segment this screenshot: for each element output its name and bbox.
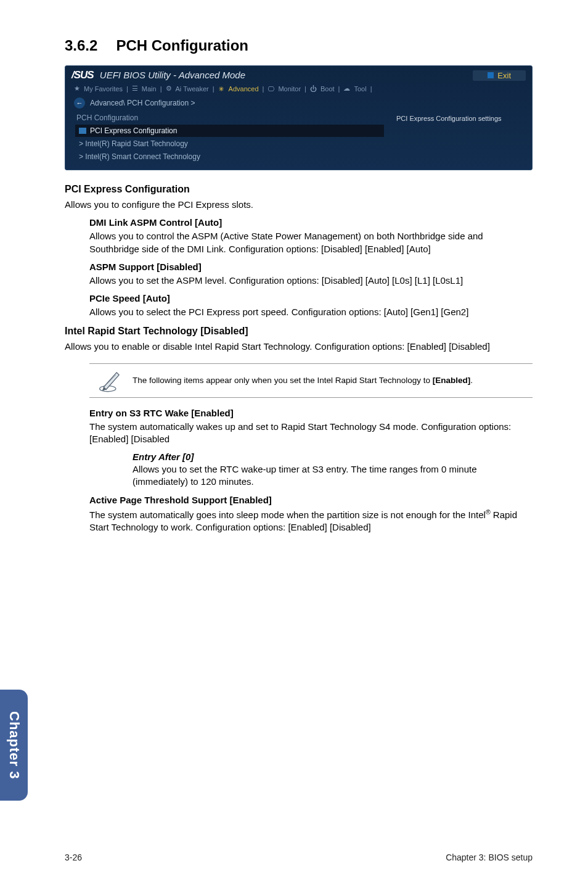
entry-after-text: Allows you to set the RTC wake-up timer … [133, 463, 533, 489]
bios-left-pane: PCH Configuration PCI Express Configurat… [65, 112, 390, 170]
active-page-text: The system automatically goes into sleep… [89, 508, 533, 534]
bios-logo: /SUS [71, 69, 94, 81]
bios-title-text: UEFI BIOS Utility - Advanced Mode [100, 70, 245, 80]
section-heading: 3.6.2PCH Configuration [65, 37, 533, 54]
aspm-title: ASPM Support [Disabled] [89, 262, 533, 272]
pcie-title: PCIe Speed [Auto] [89, 293, 533, 303]
dmi-text: Allows you to control the ASPM (Active S… [89, 230, 533, 255]
pci-express-heading: PCI Express Configuration [65, 184, 533, 195]
section-number: 3.6.2 [65, 37, 97, 54]
bios-breadcrumb: ← Advanced\ PCH Configuration > [65, 95, 532, 112]
wrench-icon: ⚙ [166, 85, 172, 93]
tab-tool[interactable]: Tool [354, 85, 366, 93]
bios-screenshot: /SUS UEFI BIOS Utility - Advanced Mode E… [65, 65, 533, 170]
tab-favorites[interactable]: My Favorites [84, 85, 123, 93]
dmi-title: DMI Link ASPM Control [Auto] [89, 217, 533, 228]
chapter-tab-label: Chapter 3 [6, 711, 22, 779]
tab-boot[interactable]: Boot [321, 85, 335, 93]
advanced-icon: ⛯ [218, 85, 225, 93]
power-icon: ⏻ [310, 85, 317, 93]
pen-icon [98, 368, 124, 394]
note-box: The following items appear only when you… [89, 363, 533, 398]
chapter-tab: Chapter 3 [0, 690, 28, 801]
active-page-title: Active Page Threshold Support [Enabled] [89, 495, 533, 505]
page-number: 3-26 [65, 852, 82, 862]
footer: 3-26 Chapter 3: BIOS setup [65, 852, 533, 862]
entry-s3-text: The system automatically wakes up and se… [89, 421, 533, 446]
bios-item-smart-connect[interactable]: > Intel(R) Smart Connect Technology [75, 151, 384, 163]
tool-icon: ☁ [343, 85, 350, 93]
bios-left-heading: PCH Configuration [76, 113, 384, 122]
note-text: The following items appear only when you… [133, 369, 533, 392]
rapid-start-intro: Allows you to enable or disable Intel Ra… [65, 340, 533, 353]
back-icon[interactable]: ← [74, 97, 85, 109]
pci-express-intro: Allows you to configure the PCI Express … [65, 199, 533, 211]
bios-titlebar: /SUS UEFI BIOS Utility - Advanced Mode E… [65, 66, 532, 83]
rapid-start-heading: Intel Rapid Start Technology [Disabled] [65, 326, 533, 337]
pcie-text: Allows you to select the PCI Express por… [89, 306, 533, 318]
footer-chapter: Chapter 3: BIOS setup [446, 852, 533, 862]
entry-after-title: Entry After [0] [133, 452, 533, 462]
bios-exit-button[interactable]: Exit [473, 70, 526, 81]
breadcrumb-text: Advanced\ PCH Configuration > [90, 99, 195, 107]
list-icon: ☰ [132, 85, 138, 93]
section-title: PCH Configuration [116, 37, 248, 54]
exit-icon [488, 72, 494, 78]
entry-s3-title: Entry on S3 RTC Wake [Enabled] [89, 408, 533, 418]
bios-item-pci-express[interactable]: PCI Express Configuration [75, 125, 384, 137]
bios-exit-label: Exit [497, 71, 511, 80]
bios-help-pane: PCI Express Configuration settings [390, 112, 532, 170]
folder-icon [79, 128, 86, 134]
tab-tweaker[interactable]: Ai Tweaker [176, 85, 209, 93]
bios-item-rapid-start[interactable]: > Intel(R) Rapid Start Technology [75, 138, 384, 150]
bios-tabs: ★My Favorites | ☰Main | ⚙Ai Tweaker | ⛯A… [65, 83, 532, 95]
bios-help-text: PCI Express Configuration settings [396, 115, 502, 122]
bios-item-pci-express-label: PCI Express Configuration [90, 126, 177, 135]
tab-main[interactable]: Main [142, 85, 157, 93]
aspm-text: Allows you to set the ASPM level. Config… [89, 274, 533, 287]
star-icon: ★ [74, 85, 80, 93]
tab-monitor[interactable]: Monitor [278, 85, 301, 93]
monitor-icon: 🖵 [267, 85, 274, 93]
tab-advanced[interactable]: Advanced [229, 85, 259, 93]
